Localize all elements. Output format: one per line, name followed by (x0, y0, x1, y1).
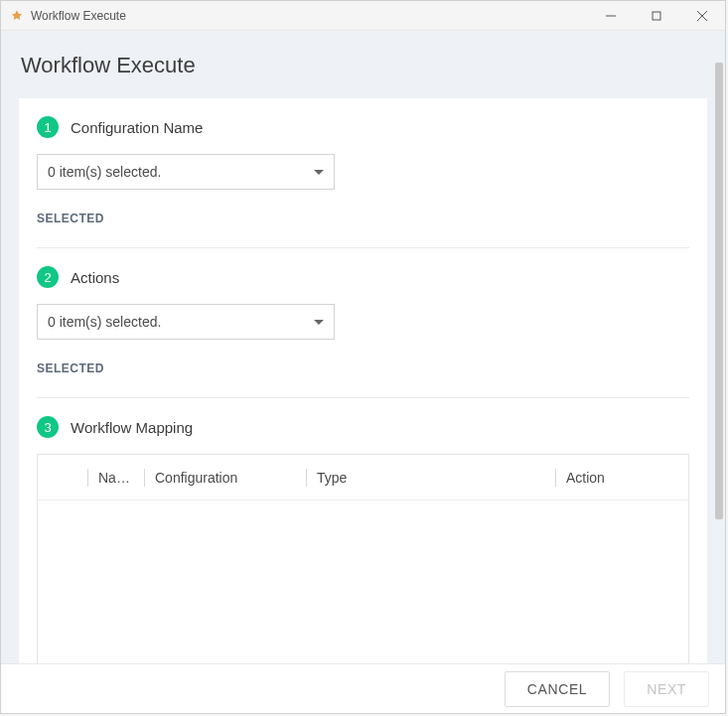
caret-down-icon (314, 170, 324, 175)
section-mapping: 3 Workflow Mapping Na… Configuration Typ… (19, 398, 707, 663)
actions-select-text: 0 item(s) selected. (48, 314, 161, 330)
configuration-select-text: 0 item(s) selected. (48, 164, 161, 180)
scrollbar-thumb[interactable] (715, 63, 723, 519)
mapping-empty-message: Please select a configuration. (38, 501, 688, 663)
column-type[interactable]: Type (317, 470, 551, 486)
step-badge-1: 1 (37, 116, 59, 138)
column-action[interactable]: Action (566, 470, 678, 486)
configuration-select[interactable]: 0 item(s) selected. (37, 154, 335, 190)
window-close[interactable] (679, 1, 725, 31)
titlebar: Workflow Execute (1, 1, 725, 31)
section-title-configuration: Configuration Name (71, 119, 203, 136)
caret-down-icon (314, 320, 324, 325)
actions-select[interactable]: 0 item(s) selected. (37, 304, 335, 340)
app-icon (9, 8, 25, 24)
section-configuration: 1 Configuration Name 0 item(s) selected.… (19, 98, 707, 248)
step-badge-3: 3 (37, 416, 59, 438)
column-name[interactable]: Na… (98, 470, 140, 486)
next-button: NEXT (624, 671, 709, 707)
window-maximize[interactable] (634, 1, 679, 31)
mapping-table: Na… Configuration Type Action Please sel… (37, 454, 689, 663)
section-head-actions: 2 Actions (37, 266, 689, 288)
main-panel: 1 Configuration Name 0 item(s) selected.… (19, 98, 707, 663)
window-title: Workflow Execute (31, 9, 588, 23)
page-header: Workflow Execute (1, 31, 725, 98)
window-minimize[interactable] (588, 1, 634, 31)
page-title: Workflow Execute (21, 53, 707, 78)
configuration-selected-label: SELECTED (37, 212, 689, 225)
column-separator (555, 469, 556, 487)
actions-selected-label: SELECTED (37, 361, 689, 375)
section-title-mapping: Workflow Mapping (71, 419, 193, 436)
section-title-actions: Actions (71, 269, 119, 286)
section-head-configuration: 1 Configuration Name (37, 116, 689, 138)
vertical-scrollbar[interactable] (715, 63, 723, 616)
section-actions: 2 Actions 0 item(s) selected. SELECTED (19, 248, 707, 398)
column-configuration[interactable]: Configuration (155, 470, 302, 486)
column-separator (144, 469, 145, 487)
step-badge-2: 2 (37, 266, 59, 288)
footer: CANCEL NEXT (1, 663, 725, 713)
content-area: Workflow Execute 1 Configuration Name 0 … (1, 31, 725, 663)
mapping-table-header: Na… Configuration Type Action (38, 455, 688, 501)
cancel-button[interactable]: CANCEL (505, 671, 610, 707)
column-separator (87, 469, 88, 487)
column-separator (306, 469, 307, 487)
section-head-mapping: 3 Workflow Mapping (37, 416, 689, 438)
app-window: Workflow Execute Workflow Execute 1 Conf… (0, 0, 726, 714)
svg-rect-1 (653, 12, 660, 20)
